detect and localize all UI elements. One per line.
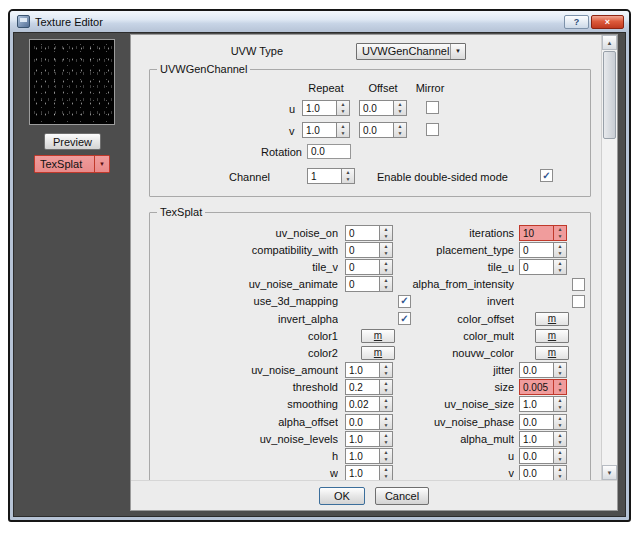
- spin-up-icon[interactable]: ▲: [380, 226, 392, 233]
- uv_noise_size-spinbox[interactable]: 1.0▲▼: [519, 396, 567, 412]
- spin-up-icon[interactable]: ▲: [380, 243, 392, 250]
- spinner-buttons[interactable]: ▲▼: [394, 100, 407, 116]
- spinner-buttons[interactable]: ▲▼: [337, 100, 350, 116]
- spin-down-icon[interactable]: ▼: [380, 439, 392, 446]
- vertical-scrollbar[interactable]: ▲ ▼: [601, 35, 617, 480]
- spin-value[interactable]: 1.0: [302, 122, 337, 138]
- spinner-buttons[interactable]: ▲▼: [554, 259, 567, 275]
- spin-down-icon[interactable]: ▼: [380, 370, 392, 377]
- spin-down-icon[interactable]: ▼: [554, 370, 566, 377]
- u-offset-spinbox[interactable]: 0.0 ▲▼: [359, 100, 407, 116]
- spin-value[interactable]: 0.0: [519, 465, 554, 480]
- spin-down-icon[interactable]: ▼: [380, 473, 392, 480]
- spin-up-icon[interactable]: ▲: [380, 260, 392, 267]
- spinner-buttons[interactable]: ▲▼: [554, 414, 567, 430]
- spin-value[interactable]: 0.005: [519, 379, 554, 395]
- spin-up-icon[interactable]: ▲: [380, 415, 392, 422]
- spin-down-icon[interactable]: ▼: [380, 233, 392, 240]
- spinner-buttons[interactable]: ▲▼: [554, 465, 567, 480]
- spin-value[interactable]: 0.0: [519, 414, 554, 430]
- spin-up-icon[interactable]: ▲: [342, 169, 354, 176]
- jitter-spinbox[interactable]: 0.0▲▼: [519, 362, 567, 378]
- spin-up-icon[interactable]: ▲: [554, 415, 566, 422]
- spin-down-icon[interactable]: ▼: [380, 267, 392, 274]
- titlebar[interactable]: Texture Editor ? ×: [10, 11, 629, 32]
- uv_noise_on-spinbox[interactable]: 0▲▼: [345, 225, 393, 241]
- spin-value[interactable]: 0: [345, 259, 380, 275]
- spin-up-icon[interactable]: ▲: [337, 123, 349, 130]
- spin-up-icon[interactable]: ▲: [380, 363, 392, 370]
- spinner-buttons[interactable]: ▲▼: [380, 225, 393, 241]
- close-button[interactable]: ×: [591, 15, 624, 29]
- spin-down-icon[interactable]: ▼: [554, 422, 566, 429]
- spinner-buttons[interactable]: ▲▼: [380, 414, 393, 430]
- spin-down-icon[interactable]: ▼: [554, 387, 566, 394]
- spin-down-icon[interactable]: ▼: [342, 176, 354, 183]
- scroll-up-button[interactable]: ▲: [602, 35, 617, 50]
- spin-down-icon[interactable]: ▼: [554, 439, 566, 446]
- spinner-buttons[interactable]: ▲▼: [554, 379, 567, 395]
- spin-down-icon[interactable]: ▼: [554, 250, 566, 257]
- spin-down-icon[interactable]: ▼: [394, 108, 406, 115]
- spin-up-icon[interactable]: ▲: [554, 432, 566, 439]
- ok-button[interactable]: OK: [319, 487, 365, 505]
- spin-value[interactable]: 0: [519, 242, 554, 258]
- spin-up-icon[interactable]: ▲: [337, 101, 349, 108]
- spin-value[interactable]: 0.0: [359, 100, 394, 116]
- spin-down-icon[interactable]: ▼: [380, 422, 392, 429]
- spin-value[interactable]: 1.0: [345, 362, 380, 378]
- spinner-buttons[interactable]: ▲▼: [342, 168, 355, 184]
- spin-value[interactable]: 0.0: [519, 448, 554, 464]
- spin-value[interactable]: 0.0: [519, 362, 554, 378]
- spinner-buttons[interactable]: ▲▼: [380, 431, 393, 447]
- spin-up-icon[interactable]: ▲: [554, 380, 566, 387]
- spin-value[interactable]: 1.0: [519, 396, 554, 412]
- v-offset-spinbox[interactable]: 0.0 ▲▼: [359, 122, 407, 138]
- spin-value[interactable]: 0.2: [345, 379, 380, 395]
- u-spinbox[interactable]: 0.0▲▼: [519, 448, 567, 464]
- u-mirror-checkbox[interactable]: [426, 101, 439, 114]
- smoothing-spinbox[interactable]: 0.02▲▼: [345, 396, 393, 412]
- spin-down-icon[interactable]: ▼: [380, 404, 392, 411]
- spin-down-icon[interactable]: ▼: [380, 284, 392, 291]
- spin-up-icon[interactable]: ▲: [380, 466, 392, 473]
- spinner-buttons[interactable]: ▲▼: [380, 396, 393, 412]
- spin-up-icon[interactable]: ▲: [554, 363, 566, 370]
- spin-down-icon[interactable]: ▼: [337, 108, 349, 115]
- spinner-buttons[interactable]: ▲▼: [380, 276, 393, 292]
- alpha_mult-spinbox[interactable]: 1.0▲▼: [519, 431, 567, 447]
- scroll-thumb[interactable]: [603, 51, 616, 139]
- spin-down-icon[interactable]: ▼: [554, 233, 566, 240]
- spin-up-icon[interactable]: ▲: [554, 226, 566, 233]
- spinner-buttons[interactable]: ▲▼: [394, 122, 407, 138]
- spin-down-icon[interactable]: ▼: [394, 130, 406, 137]
- uv_noise_levels-spinbox[interactable]: 1.0▲▼: [345, 431, 393, 447]
- tile_u-spinbox[interactable]: 0▲▼: [519, 259, 567, 275]
- spinner-buttons[interactable]: ▲▼: [554, 431, 567, 447]
- invert-checkbox[interactable]: [572, 295, 585, 308]
- spin-value[interactable]: 0.0: [359, 122, 394, 138]
- chevron-down-icon[interactable]: ▼: [450, 44, 465, 59]
- compatibility_with-spinbox[interactable]: 0▲▼: [345, 242, 393, 258]
- spin-up-icon[interactable]: ▲: [380, 449, 392, 456]
- spinner-buttons[interactable]: ▲▼: [554, 396, 567, 412]
- color2-map-button[interactable]: m: [361, 346, 395, 360]
- spin-value[interactable]: 0: [519, 259, 554, 275]
- tile_v-spinbox[interactable]: 0▲▼: [345, 259, 393, 275]
- spin-down-icon[interactable]: ▼: [380, 250, 392, 257]
- spin-up-icon[interactable]: ▲: [380, 397, 392, 404]
- spin-up-icon[interactable]: ▲: [554, 243, 566, 250]
- color_offset-map-button[interactable]: m: [535, 312, 569, 326]
- spin-down-icon[interactable]: ▼: [554, 267, 566, 274]
- color1-map-button[interactable]: m: [361, 329, 395, 343]
- spin-down-icon[interactable]: ▼: [554, 456, 566, 463]
- invert_alpha-checkbox[interactable]: ✓: [398, 312, 411, 325]
- spin-up-icon[interactable]: ▲: [554, 449, 566, 456]
- alpha_offset-spinbox[interactable]: 0.0▲▼: [345, 414, 393, 430]
- spin-down-icon[interactable]: ▼: [554, 404, 566, 411]
- spin-down-icon[interactable]: ▼: [554, 473, 566, 480]
- spinner-buttons[interactable]: ▲▼: [554, 225, 567, 241]
- scroll-down-button[interactable]: ▼: [602, 465, 617, 480]
- spin-down-icon[interactable]: ▼: [380, 387, 392, 394]
- spinner-buttons[interactable]: ▲▼: [337, 122, 350, 138]
